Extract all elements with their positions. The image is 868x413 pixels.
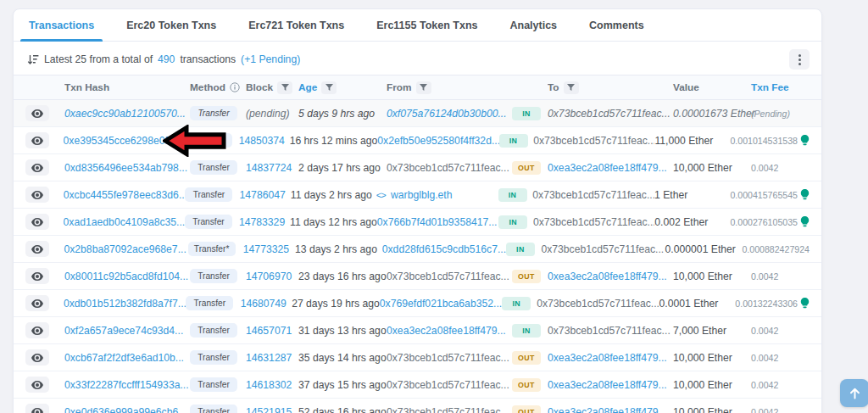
eye-button[interactable]	[25, 322, 49, 338]
total-count-link[interactable]: 490	[158, 53, 175, 65]
from-filter-button[interactable]	[416, 81, 431, 94]
scroll-to-top-button[interactable]	[840, 379, 868, 407]
age-text: 23 days 16 hrs ago	[298, 271, 387, 282]
age-filter-button[interactable]	[321, 81, 337, 94]
txn-hash-link[interactable]: 0xf2a657a9ece74c93d4...	[64, 325, 183, 337]
block-link[interactable]: 14786047	[240, 189, 286, 201]
eye-button[interactable]	[25, 268, 49, 284]
eye-button[interactable]	[25, 105, 49, 121]
block-filter-button[interactable]	[277, 81, 292, 94]
from-address: 0x73bceb1cd57c711feac...	[387, 379, 509, 391]
filter-funnel-icon	[420, 84, 427, 92]
header-txn-fee[interactable]: Txn Fee	[751, 81, 810, 93]
txn-hash-link[interactable]: 0xcbc4455fe978eec83d6...	[64, 189, 186, 201]
to-address: 0x73bceb1cd57c711feac...	[533, 216, 654, 228]
tab-comments[interactable]: Comments	[586, 9, 648, 41]
to-filter-button[interactable]	[564, 81, 579, 94]
from-address[interactable]: 0x766b7f4d01b9358417...	[377, 216, 498, 228]
eye-button[interactable]	[25, 295, 49, 311]
from-address[interactable]: 0x769efdf021bca6ab352...	[380, 298, 502, 310]
block-link[interactable]: 14773325	[243, 243, 289, 255]
method-badge: Transfer	[190, 405, 237, 413]
direction-badge: IN	[512, 324, 541, 338]
to-address: 0x73bceb1cd57c711feac...	[548, 108, 670, 120]
header-to: To	[548, 81, 673, 94]
from-address[interactable]: warbglblg.eth	[391, 189, 453, 201]
eye-button[interactable]	[25, 241, 49, 257]
to-address: 0x73bceb1cd57c711feac...	[548, 325, 670, 337]
to-address[interactable]: 0xea3ec2a08fee18ff479...	[548, 406, 667, 413]
eye-button[interactable]	[25, 214, 49, 230]
eye-button[interactable]	[25, 349, 49, 366]
method-badge: Transfer	[190, 377, 237, 392]
eye-button[interactable]	[25, 159, 49, 176]
to-address[interactable]: 0xea3ec2a08fee18ff479...	[548, 162, 667, 174]
from-address[interactable]: 0xf075a76124d0b30b00...	[387, 108, 507, 120]
tab-erc1155-token-txns[interactable]: Erc1155 Token Txns	[373, 9, 481, 41]
txn-hash-link[interactable]: 0x33f22287fccfff154933a...	[64, 379, 189, 391]
table-row: 0xe395345cce6298e0fbc... Transfer 148503…	[14, 127, 821, 154]
tab-erc20-token-txns[interactable]: Erc20 Token Txns	[123, 9, 220, 41]
from-address: 0x73bceb1cd57c711feac...	[387, 406, 509, 413]
from-address[interactable]: 0x2efb50e952580f4ff32d...	[377, 135, 498, 147]
txn-hash-link[interactable]: 0xad1aedb0c4109a8c35...	[64, 216, 185, 228]
value-text: 1 Ether	[654, 189, 687, 201]
txn-hash-link[interactable]: 0x80011c92b5acd8fd104...	[64, 271, 188, 282]
age-text: 35 days 14 hrs ago	[298, 352, 387, 364]
txn-hash-link[interactable]: 0x2b8ba87092ace968e7...	[64, 243, 186, 255]
tab-analytics[interactable]: Analytics	[506, 9, 560, 41]
txn-hash-link[interactable]: 0xdb01b512b382fd8a7f7...	[64, 298, 186, 310]
value-text: 10,000 Ether	[673, 271, 732, 282]
gas-bulb-icon	[800, 189, 810, 200]
block-link[interactable]: 14618302	[246, 379, 292, 391]
tab-erc721-token-txns[interactable]: Erc721 Token Txns	[245, 9, 348, 41]
header-age[interactable]: Age	[298, 81, 387, 94]
to-address[interactable]: 0xea3ec2a08fee18ff479...	[548, 271, 667, 282]
summary-prefix: Latest 25 from a total of	[44, 53, 153, 65]
age-text: 13 days 2 hrs ago	[295, 243, 377, 255]
txn-hash-link[interactable]: 0xd8356496ee534ab798...	[64, 162, 187, 174]
gas-bulb-icon	[800, 216, 810, 227]
txn-hash-link[interactable]: 0xaec9cc90ab12100570...	[64, 108, 186, 120]
eye-button[interactable]	[25, 187, 49, 203]
block-link[interactable]: 14837724	[246, 162, 292, 174]
txn-hash-link[interactable]: 0xe0d636e999a99e6cb6...	[64, 406, 186, 413]
eye-button[interactable]	[25, 404, 49, 413]
direction-badge: IN	[506, 243, 535, 256]
block-link[interactable]: 14680749	[241, 298, 287, 310]
to-address[interactable]: 0xea3ec2a08fee18ff479...	[548, 352, 667, 364]
value-text: 10,000 Ether	[673, 406, 732, 413]
direction-badge: IN	[512, 107, 541, 120]
eye-button[interactable]	[25, 132, 49, 148]
method-badge: Transfer	[190, 269, 237, 283]
txn-hash-link[interactable]: 0xcb67af2f2df3e6ad10b...	[64, 352, 184, 364]
direction-badge: IN	[502, 297, 531, 310]
block-link[interactable]: 14657071	[246, 325, 292, 337]
kebab-menu-button[interactable]	[789, 49, 810, 70]
direction-badge: IN	[499, 134, 528, 148]
from-address[interactable]: 0xdd28fd615c9cdb516c7...	[382, 243, 506, 255]
block-link[interactable]: 14850374	[239, 135, 285, 147]
eye-icon	[31, 218, 43, 226]
pending-count-link[interactable]: (+1 Pending)	[241, 53, 300, 65]
age-text: 11 days 12 hrs ago	[290, 216, 377, 228]
value-text: 11,000 Ether	[654, 135, 713, 147]
block-link[interactable]: 14783329	[239, 216, 285, 228]
txn-fee-text: 0.0042	[751, 163, 778, 173]
to-address[interactable]: 0xea3ec2a08fee18ff479...	[548, 379, 667, 391]
eye-button[interactable]	[25, 377, 49, 393]
table-row: 0xdb01b512b382fd8a7f7... Transfer 146807…	[14, 290, 821, 317]
method-badge: Transfer	[190, 323, 237, 338]
txn-fee-text: 0.0042	[751, 353, 778, 363]
to-address: 0x73bceb1cd57c711feac...	[532, 189, 654, 201]
direction-badge: OUT	[512, 270, 541, 283]
block-link[interactable]: 14521915	[246, 406, 292, 413]
block-link[interactable]: 14706970	[246, 271, 292, 282]
eye-icon	[31, 381, 43, 389]
info-circle-icon[interactable]	[230, 82, 240, 92]
table-row: 0xd8356496ee534ab798... Transfer 1483772…	[14, 154, 821, 181]
block-link[interactable]: 14631287	[246, 352, 292, 364]
tab-transactions[interactable]: Transactions	[25, 9, 97, 41]
txn-fee-text: 0.00132243306	[735, 299, 798, 309]
from-address[interactable]: 0xea3ec2a08fee18ff479...	[387, 325, 506, 337]
